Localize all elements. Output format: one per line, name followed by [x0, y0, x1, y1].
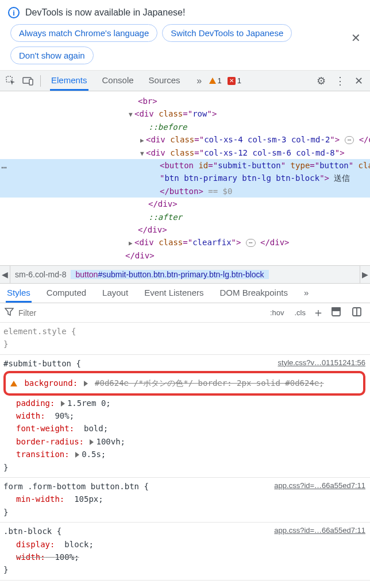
toggle-hov[interactable]: :hov	[267, 308, 288, 317]
devtools-toolbar: Elements Console Sources » 1 ✕ 1 ⚙ ⋮ ✕	[0, 71, 370, 91]
error-icon: ✕	[228, 77, 236, 85]
styles-filter-bar: :hov .cls ＋	[0, 303, 370, 323]
subtab-dom-breakpoints[interactable]: DOM Breakpoints	[219, 284, 289, 303]
breadcrumb-scroll-right[interactable]: ▶	[360, 266, 370, 283]
pseudo-before[interactable]: ::before	[148, 122, 187, 131]
breadcrumb-item-selected[interactable]: button#submit-button.btn.btn-primary.btn…	[71, 270, 268, 279]
close-notification-icon[interactable]: ✕	[351, 31, 361, 45]
warnings-badge[interactable]: 1	[209, 76, 222, 85]
subtab-styles[interactable]: Styles	[6, 284, 32, 303]
dom-node[interactable]: <br>	[138, 96, 157, 106]
subtab-computed[interactable]: Computed	[45, 284, 87, 303]
styles-pane: element.style { } style.css?v…01151241:5…	[0, 323, 370, 581]
expand-toggle-icon[interactable]: ▶	[140, 136, 146, 146]
kebab-menu-icon[interactable]: ⋮	[332, 75, 349, 87]
filter-funnel-icon[interactable]	[5, 307, 14, 318]
highlighted-invalid-property: background: #0d624e /*ボタンの色*/ border: 2p…	[3, 371, 365, 395]
expand-toggle-icon[interactable]: ▶	[129, 238, 134, 249]
breadcrumb-item[interactable]: sm-6.col-md-8	[10, 270, 71, 279]
row-actions-icon[interactable]: ⋯	[1, 160, 8, 175]
collapsed-ellipsis[interactable]: ⋯	[345, 136, 354, 144]
rule-source-link[interactable]: app.css?id=…66a55ed7:11	[274, 525, 365, 537]
svg-rect-4	[332, 308, 340, 311]
switch-japanese-button[interactable]: Switch DevTools to Japanese	[162, 24, 292, 42]
svg-rect-2	[29, 79, 33, 85]
pseudo-after[interactable]: ::after	[148, 212, 182, 222]
rule-source-link[interactable]: app.css?id=…66a55ed7:11	[274, 480, 365, 492]
warning-count: 1	[218, 76, 222, 85]
toggle-cls[interactable]: .cls	[291, 308, 310, 317]
always-match-button[interactable]: Always match Chrome's language	[10, 24, 157, 42]
subtab-more[interactable]: »	[303, 284, 310, 303]
rule-selector: element.style {	[3, 325, 365, 338]
expand-shorthand-icon[interactable]	[61, 401, 65, 407]
eq-dollar-zero: == $0	[208, 187, 232, 196]
device-toggle-icon[interactable]	[21, 74, 36, 88]
rule-form-bottom-button[interactable]: app.css?id=…66a55ed7:11 form .form-botto…	[0, 478, 370, 523]
computed-pane-icon[interactable]	[348, 307, 365, 319]
expand-shorthand-icon[interactable]	[75, 452, 79, 458]
tab-sources[interactable]: Sources	[148, 71, 182, 91]
breadcrumb-scroll-left[interactable]: ◀	[0, 266, 10, 283]
expand-shorthand-icon[interactable]	[84, 381, 88, 386]
warning-icon	[209, 78, 216, 84]
dom-node[interactable]: </div>	[148, 199, 178, 208]
expand-toggle-icon[interactable]: ▼	[129, 110, 134, 120]
dom-node[interactable]: </div>	[125, 251, 155, 260]
settings-gear-icon[interactable]: ⚙	[313, 75, 329, 87]
rule-source-link[interactable]: style.css?v…01151241:56	[278, 357, 365, 369]
rule-close: }	[3, 338, 365, 350]
new-style-rule-icon[interactable]: ＋	[313, 305, 324, 320]
subtab-layout[interactable]: Layout	[101, 284, 129, 303]
collapsed-ellipsis[interactable]: ⋯	[246, 239, 256, 247]
subtab-event-listeners[interactable]: Event Listeners	[143, 284, 205, 303]
rule-close: }	[3, 461, 365, 474]
language-notification: i DevTools is now available in Japanese!…	[0, 0, 370, 71]
tab-elements[interactable]: Elements	[50, 71, 88, 91]
rule-btn-block[interactable]: app.css?id=…66a55ed7:11 .btn-block { dis…	[0, 523, 370, 581]
breadcrumb: ◀ sm-6.col-md-8 button#submit-button.btn…	[0, 265, 370, 284]
inspect-element-icon[interactable]	[3, 74, 18, 88]
rule-close: }	[3, 506, 365, 519]
styles-pane-icon[interactable]	[327, 307, 345, 319]
more-tabs-chevron[interactable]: »	[192, 74, 207, 88]
info-icon: i	[8, 7, 20, 18]
rule-element-style[interactable]: element.style { }	[0, 323, 370, 355]
rule-submit-button[interactable]: style.css?v…01151241:56 #submit-button {…	[0, 355, 370, 478]
expand-shorthand-icon[interactable]	[90, 439, 94, 445]
styles-filter-input[interactable]	[17, 308, 263, 318]
selected-dom-node[interactable]: <button id="submit-button" type="button"…	[0, 159, 370, 198]
tab-console[interactable]: Console	[101, 71, 135, 91]
errors-badge[interactable]: ✕ 1	[228, 76, 241, 85]
rule-close: }	[3, 563, 365, 576]
expand-toggle-icon[interactable]: ▼	[140, 149, 146, 159]
dont-show-again-button[interactable]: Don't show again	[10, 47, 94, 64]
dom-node[interactable]: </div>	[138, 225, 167, 234]
dom-tree[interactable]: ⋯ <br> ▼<div class="row"> ::before ▶<div…	[0, 91, 370, 265]
error-count: 1	[237, 76, 241, 85]
toolbar-separator	[40, 75, 41, 87]
styles-subtabs: Styles Computed Layout Event Listeners D…	[0, 284, 370, 303]
close-devtools-icon[interactable]: ✕	[351, 75, 367, 87]
warning-icon	[10, 381, 17, 386]
notification-message: DevTools is now available in Japanese!	[25, 7, 185, 18]
